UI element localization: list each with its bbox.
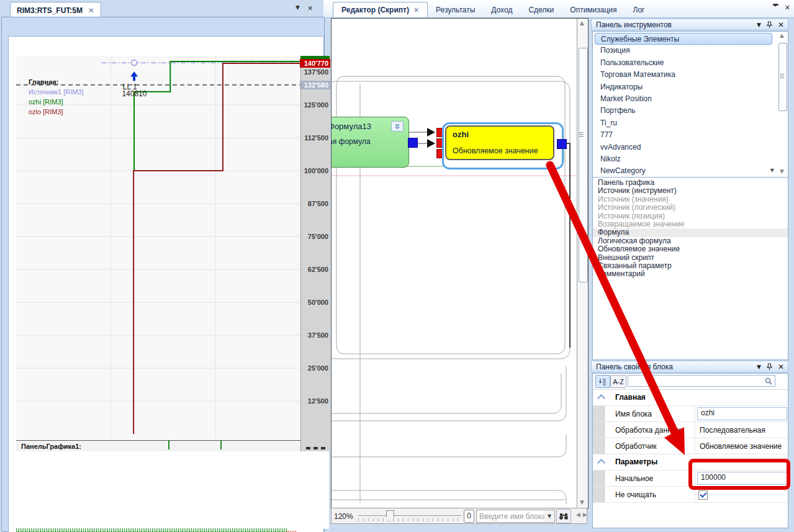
tab-list-icon[interactable] [773,4,778,14]
axis-label: 132'580 [300,81,330,89]
close-tab-icon[interactable]: ✕ [413,7,419,14]
close-document-icon[interactable]: ✕ [785,4,790,14]
category-item[interactable]: vvAdvanced [595,142,772,153]
property-value[interactable]: Обновляемое значение [700,442,782,451]
element-item[interactable]: Внешний скрипт [593,254,788,262]
window-menu-icon[interactable]: ▼ [295,5,300,12]
sort-categorized-button[interactable] [595,375,610,388]
panel2-legend: ПанельГрафика1: [16,440,300,451]
chart-canvas[interactable]: LL 1140810 Главная: Источник1 [RIM3] ozh… [16,56,300,440]
property-row: Не очищать [593,487,788,503]
category-item[interactable]: 777 [595,129,772,141]
output-port[interactable] [557,139,567,149]
block-search-input[interactable] [476,510,551,523]
element-item[interactable]: Обновляемое значение [593,245,788,253]
expand-category-icon[interactable]: ▼ [770,168,774,173]
group-label: Главная [615,393,646,402]
pin-icon[interactable] [767,363,772,371]
scroll-down-icon[interactable]: ▼ [780,169,784,174]
checkbox[interactable] [698,490,708,500]
close-icon[interactable]: ✕ [88,7,94,14]
tab-1[interactable]: Редактор (Скрипт)✕ [333,2,428,17]
chevron-down-icon[interactable]: ▼ [757,22,761,28]
scroll-down-icon[interactable]: ▼ [580,500,584,505]
category-item[interactable]: Индикаторы [595,81,772,93]
element-item[interactable]: Комментарий [593,270,788,278]
tab-4[interactable]: Сделки [520,2,562,17]
panel2-canvas[interactable] [16,451,329,529]
element-item: Источник (значения) [593,196,788,204]
scrollbar-thumb[interactable] [579,48,588,282]
pin-icon[interactable] [767,21,772,29]
tab-5[interactable]: Оптимизация [562,2,625,17]
wire-arrow [427,128,435,137]
search-icon [764,377,773,385]
element-item[interactable]: Логическая формула [593,237,788,245]
script-editor-canvas[interactable]: Формула13 Логическая формула ozhi Обновл… [332,19,577,507]
axis-label: 112'500 [300,133,330,142]
chart-area: LL 1140810 Главная: Источник1 [RIM3] ozh… [8,36,324,532]
editor-vertical-scrollbar[interactable]: ▲ ▼ [577,19,588,507]
scroll-up-icon[interactable]: ▲ [580,20,584,26]
output-port[interactable] [408,138,418,148]
category-item[interactable]: Служебные Элементы [595,33,772,45]
chart-window-tab[interactable]: RIM3:RTS_FUT:5M ✕ [10,2,101,18]
element-item: Источник (логический) [593,204,788,212]
axis-label: 75'000 [300,232,330,241]
category-item[interactable]: Nikolz [595,153,772,165]
properties-search-input[interactable] [628,375,775,387]
tab-2[interactable]: Результаты [428,2,483,17]
category-item[interactable]: Торговая Математика [595,69,772,81]
ozhi-block[interactable]: ozhi Обновляемое значение [445,125,554,160]
categories-scrollbar[interactable]: ▲ ▼ [778,33,787,174]
category-item[interactable]: Пользовательские [595,57,772,69]
toolbox-categories: ▲ ▼ Служебные ЭлементыПозицияПользовател… [592,31,788,178]
property-row: ОбработчикОбновляемое значение [593,438,788,454]
scroll-up-icon[interactable]: ▲ [780,33,784,38]
property-group-header[interactable]: Параметры [593,454,788,471]
property-value-input[interactable]: 100000 [697,472,787,485]
find-button[interactable] [556,509,571,523]
wires-layer [332,19,577,507]
category-item[interactable]: Позиция [595,45,772,56]
element-item[interactable]: Источник (инструмент) [593,187,788,195]
property-label: Обработка данных [615,426,680,435]
axis-label: 12'500 [300,397,330,405]
sort-alphabetical-button[interactable]: A-Z [610,375,626,388]
collapse-group-icon [597,459,605,467]
tab-3[interactable]: Доход [483,2,520,17]
zoom-reset-button[interactable]: 0 [464,510,474,523]
tab-6[interactable]: Лог [625,2,653,17]
tab-label: Доход [491,6,512,14]
element-item[interactable]: Связанный параметр [593,262,788,270]
category-item[interactable]: Market Position [595,93,772,105]
axis-label: 25'000 [300,364,330,372]
editor-horizontal-scrollbar[interactable]: ◀▶ [576,512,590,518]
legend-series-1: Источник1 [RIM3] [29,87,84,97]
property-value[interactable]: Последовательная [700,426,765,435]
axis-label: 140'770 [300,59,330,68]
property-value-input[interactable]: ozhi [697,407,787,420]
window-close-icon[interactable]: ✕ [307,5,313,12]
green-value-chip [300,56,330,59]
category-item[interactable]: NewCategory [595,165,772,177]
clipped-axis-label [306,447,327,449]
block-subtitle: Логическая формула [332,137,371,146]
category-item[interactable]: Ti_ru [595,117,772,129]
element-item[interactable]: Формула [593,228,788,237]
collapse-block-icon[interactable] [391,121,404,132]
formula-block[interactable]: Формула13 Логическая формула [332,117,409,168]
element-item[interactable]: Панель графика [593,179,788,187]
property-group-header[interactable]: Главная [593,390,788,406]
category-item[interactable]: Портфель [595,105,772,117]
properties-header[interactable]: Панель свойств блока ▼ ✕ [591,361,788,372]
search-dropdown-icon[interactable]: ▼ [544,510,555,523]
close-panel-icon[interactable]: ✕ [778,21,784,29]
property-row: Обработка данныхПоследовательная [593,422,788,438]
chart-tab-label: RIM3:RTS_FUT:5M [17,6,83,15]
toolbox-header[interactable]: Панель инструментов ▼ ✕ [591,19,788,30]
close-panel-icon[interactable]: ✕ [778,363,784,371]
zoom-slider-track[interactable] [358,515,461,516]
tab-label: Редактор (Скрипт) [341,6,409,14]
chevron-down-icon[interactable]: ▼ [757,364,761,370]
